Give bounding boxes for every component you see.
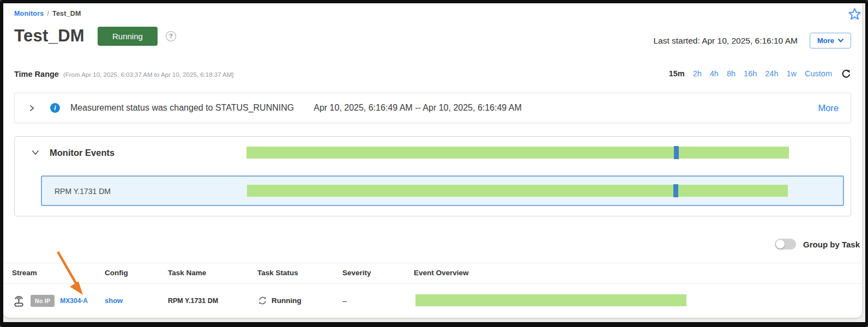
page-background: Monitors/Test_DM Test_DM Running ? Last … <box>3 3 865 322</box>
time-range: Time Range (From Apr 10, 2025, 6:03:37 A… <box>14 70 234 78</box>
time-range-detail: (From Apr 10, 2025, 6:03:37 AM to Apr 10… <box>63 71 234 78</box>
time-option-24h[interactable]: 24h <box>765 69 778 78</box>
breadcrumb: Monitors/Test_DM <box>14 10 81 17</box>
toggle-knob <box>776 240 785 249</box>
stream-cell: No IP MX304-A <box>12 284 88 317</box>
column-header-stream: Stream <box>12 269 37 277</box>
task-status-label: Running <box>272 296 302 305</box>
help-icon[interactable]: ? <box>166 31 176 41</box>
alert-banner: i Measurement status was changed to STAT… <box>14 93 851 123</box>
event-overview-bar <box>415 294 686 306</box>
title-row: Test_DM Running ? <box>14 26 176 46</box>
status-badge: Running <box>98 27 158 46</box>
time-option-custom[interactable]: Custom <box>805 69 832 78</box>
time-option-15m[interactable]: 15m <box>669 69 685 78</box>
time-option-8h[interactable]: 8h <box>727 69 736 78</box>
page-title: Test_DM <box>14 26 85 46</box>
chevron-down-icon <box>838 39 843 43</box>
more-dropdown-button[interactable]: More <box>810 33 851 49</box>
config-cell: show <box>105 284 123 317</box>
task-event-bar <box>247 185 788 197</box>
table-top-border <box>3 263 865 263</box>
task-event-row[interactable]: RPM Y.1731 DM <box>41 175 844 206</box>
breadcrumb-separator: / <box>47 10 49 17</box>
alert-expand-chevron-icon[interactable] <box>29 105 35 111</box>
table-row: No IP MX304-A show RPM Y.1731 DM Running… <box>3 284 862 317</box>
more-button-label: More <box>817 37 834 45</box>
group-by-task-label: Group by Task <box>803 240 860 249</box>
monitor-events-summary-bar <box>246 147 789 159</box>
task-name-text: RPM Y.1731 DM <box>168 297 218 305</box>
sync-running-icon <box>257 295 268 306</box>
column-header-severity: Severity <box>342 269 371 277</box>
alert-message: Measurement status was changed to STATUS… <box>70 103 294 113</box>
event-tick <box>674 146 679 159</box>
screenshot-frame: Monitors/Test_DM Test_DM Running ? Last … <box>0 0 868 327</box>
last-started-text: Last started: Apr 10, 2025, 6:16:10 AM <box>653 36 798 46</box>
monitor-events-title: Monitor Events <box>50 148 114 158</box>
stream-link[interactable]: MX304-A <box>60 297 88 305</box>
severity-value: – <box>342 296 347 305</box>
no-ip-badge: No IP <box>31 295 55 307</box>
task-status-cell: Running <box>257 284 302 317</box>
refresh-icon[interactable] <box>841 69 851 78</box>
time-option-1w[interactable]: 1w <box>786 69 797 78</box>
task-name-cell: RPM Y.1731 DM <box>168 284 218 317</box>
header-right: Last started: Apr 10, 2025, 6:16:10 AM M… <box>653 33 851 49</box>
config-show-link[interactable]: show <box>105 296 123 305</box>
stream-device-icon <box>12 294 26 307</box>
alert-timestamp: Apr 10, 2025, 6:16:49 AM -- Apr 10, 2025… <box>314 103 522 113</box>
severity-cell: – <box>342 284 347 317</box>
monitor-events-header: Monitor Events <box>15 146 114 160</box>
collapse-chevron-icon[interactable] <box>32 149 39 156</box>
info-icon: i <box>50 103 60 113</box>
group-by-task-toggle[interactable] <box>775 239 796 250</box>
task-status-text: Running <box>257 295 302 306</box>
breadcrumb-current: Test_DM <box>52 10 81 17</box>
time-option-16h[interactable]: 16h <box>744 69 757 78</box>
time-range-options: 15m 2h 4h 8h 16h 24h 1w Custom <box>669 69 851 78</box>
task-event-row-label: RPM Y.1731 DM <box>55 187 111 196</box>
column-header-config: Config <box>105 269 128 277</box>
column-header-task-status: Task Status <box>257 269 298 277</box>
favorite-star-icon[interactable] <box>847 7 862 22</box>
time-range-label: Time Range <box>14 70 59 78</box>
column-header-event-overview: Event Overview <box>414 269 469 277</box>
column-header-task-name: Task Name <box>168 269 206 277</box>
time-option-2h[interactable]: 2h <box>693 69 702 78</box>
breadcrumb-monitors-link[interactable]: Monitors <box>14 10 44 17</box>
group-by-task-row: Group by Task <box>775 239 860 250</box>
monitor-events-panel: Monitor Events RPM Y.1731 DM <box>14 136 851 216</box>
alert-more-link[interactable]: More <box>818 103 839 113</box>
time-option-4h[interactable]: 4h <box>710 69 719 78</box>
event-tick <box>673 184 678 197</box>
